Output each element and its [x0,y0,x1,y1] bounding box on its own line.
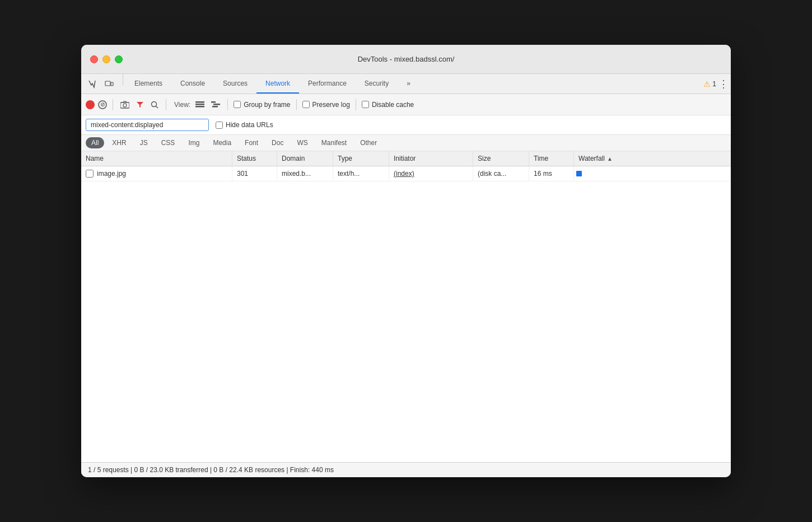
col-header-domain[interactable]: Domain [277,151,333,166]
type-filter-media[interactable]: Media [207,137,237,148]
window-title: DevTools - mixed.badssl.com/ [358,55,455,63]
type-filter-bar: All XHR JS CSS Img Media Font Doc [81,135,731,151]
preserve-log-checkbox[interactable] [302,101,310,108]
tab-elements[interactable]: Elements [125,74,171,94]
disable-cache-label[interactable]: Disable cache [362,101,414,109]
tab-separator [123,74,123,85]
svg-rect-11 [212,106,218,108]
close-button[interactable] [90,55,98,63]
filter-button[interactable] [134,99,146,110]
svg-point-3 [123,104,127,107]
col-header-name[interactable]: Name [81,151,232,166]
search-button[interactable] [149,99,160,110]
type-filter-css[interactable]: CSS [156,137,181,148]
col-header-time[interactable]: Time [529,151,574,166]
cell-initiator: (index) [389,166,473,181]
svg-line-5 [156,106,158,108]
cell-domain: mixed.b... [277,166,333,181]
devtools-content: Elements Console Sources Network Perform… [81,74,731,477]
toolbar-sep-3 [227,99,228,110]
record-button[interactable] [86,100,95,109]
tab-spacer [419,74,703,94]
sort-arrow-icon: ▲ [607,156,613,162]
block-icon: ⊘ [100,101,105,108]
device-icon[interactable] [102,77,116,91]
col-header-status[interactable]: Status [232,151,277,166]
maximize-button[interactable] [115,55,123,63]
col-header-waterfall[interactable]: Waterfall ▲ [574,151,731,166]
svg-rect-9 [211,101,216,103]
clear-button[interactable]: ⊘ [98,100,107,109]
svg-rect-8 [195,106,204,108]
row-checkbox[interactable] [86,170,94,178]
type-filter-ws[interactable]: WS [291,137,313,148]
traffic-lights [90,55,123,63]
type-filter-xhr[interactable]: XHR [106,137,132,148]
cell-type: text/h... [333,166,389,181]
cell-time: 16 ms [529,166,574,181]
camera-button[interactable] [119,99,131,110]
cell-status: 301 [232,166,277,181]
svg-rect-1 [111,82,113,86]
tab-security[interactable]: Security [356,74,398,94]
type-filter-manifest[interactable]: Manifest [316,137,352,148]
toolbar-sep-1 [113,99,113,110]
group-by-frame-checkbox[interactable] [234,101,241,108]
type-filter-img[interactable]: Img [183,137,205,148]
svg-point-4 [152,101,157,106]
filter-bar: Hide data URLs [81,115,731,135]
view-waterfall-button[interactable] [209,99,222,110]
devtools-menu-button[interactable]: ⋮ [716,74,731,94]
status-bar: 1 / 5 requests | 0 B / 23.0 KB transferr… [81,462,731,477]
view-label: View: [174,101,190,109]
minimize-button[interactable] [102,55,110,63]
tab-network[interactable]: Network [256,74,299,94]
network-toolbar: ⊘ View: [81,94,731,115]
type-filter-doc[interactable]: Doc [266,137,289,148]
warning-button[interactable]: ⚠ 1 [703,74,716,94]
type-filter-all[interactable]: All [86,137,104,148]
tab-performance[interactable]: Performance [299,74,356,94]
filter-input[interactable] [86,119,209,131]
col-header-size[interactable]: Size [473,151,529,166]
col-header-initiator[interactable]: Initiator [389,151,473,166]
type-filter-other[interactable]: Other [354,137,382,148]
table-body: image.jpg 301 mixed.b... text/h... (inde… [81,166,731,462]
svg-rect-6 [195,101,204,103]
preserve-log-label[interactable]: Preserve log [302,101,350,109]
svg-rect-10 [213,104,220,105]
tab-console[interactable]: Console [171,74,214,94]
hide-data-urls-checkbox[interactable] [216,122,223,129]
titlebar: DevTools - mixed.badssl.com/ [81,45,731,74]
tab-bar: Elements Console Sources Network Perform… [81,74,731,94]
cell-name: image.jpg [81,166,232,181]
warning-icon: ⚠ [703,80,711,88]
svg-rect-0 [105,81,110,86]
disable-cache-checkbox[interactable] [362,101,369,108]
tab-more[interactable]: » [398,74,419,94]
toolbar-sep-4 [296,99,297,110]
inspect-icon[interactable] [86,77,99,91]
svg-rect-7 [195,104,204,105]
type-filter-js[interactable]: JS [134,137,153,148]
tab-sources[interactable]: Sources [214,74,256,94]
cell-size: (disk ca... [473,166,529,181]
devtools-window: DevTools - mixed.badssl.com/ [81,45,731,477]
cell-waterfall [574,166,731,181]
col-header-type[interactable]: Type [333,151,389,166]
type-filter-font[interactable]: Font [239,137,264,148]
devtools-icons [81,74,120,94]
group-by-frame-label[interactable]: Group by frame [234,101,290,109]
toolbar-sep-5 [356,99,356,110]
waterfall-bar-fill [576,171,582,176]
hide-data-urls-label[interactable]: Hide data URLs [216,121,273,129]
view-list-button[interactable] [194,99,206,110]
table-row[interactable]: image.jpg 301 mixed.b... text/h... (inde… [81,166,731,181]
toolbar-sep-2 [166,99,166,110]
table-header: Name Status Domain Type Initiator Size T… [81,151,731,166]
